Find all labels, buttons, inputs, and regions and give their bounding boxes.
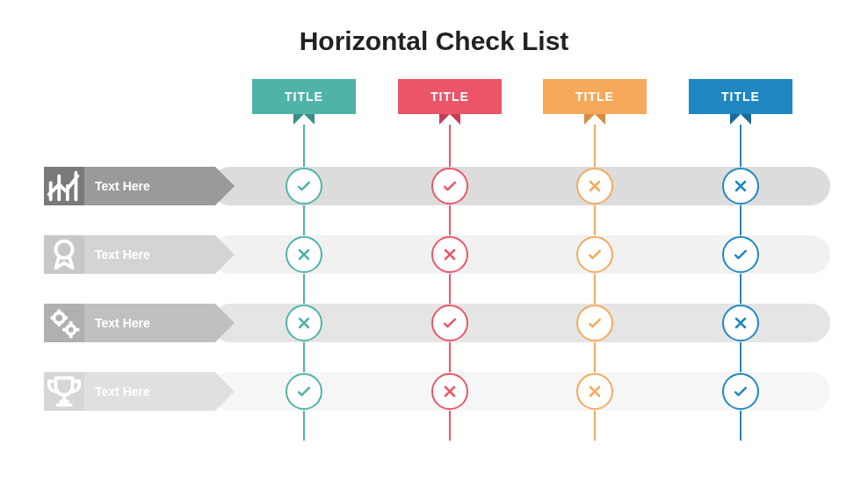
chart-up-icon <box>44 167 84 205</box>
cross-cell <box>576 373 613 410</box>
column-header-1: TITLE <box>398 79 502 114</box>
svg-point-0 <box>55 241 72 258</box>
column-header-3: TITLE <box>689 79 792 114</box>
check-cell <box>576 305 613 341</box>
check-cell <box>431 168 468 205</box>
row-label: Text Here <box>44 167 215 205</box>
column-header-2: TITLE <box>543 79 647 114</box>
gears-icon <box>44 304 84 342</box>
column-header-label: TITLE <box>721 90 760 104</box>
checklist-stage: TITLE TITLE TITLE TITLE Text Here <box>44 79 830 456</box>
row-label: Text Here <box>44 304 215 342</box>
svg-point-2 <box>67 326 76 334</box>
award-icon <box>44 235 84 274</box>
check-cell <box>286 373 322 410</box>
check-cell <box>722 373 759 410</box>
cross-cell <box>722 168 759 205</box>
row-label: Text Here <box>44 372 215 411</box>
row-label-text: Text Here <box>84 235 215 274</box>
row-label-text: Text Here <box>84 372 215 411</box>
check-cell <box>431 305 468 341</box>
trophy-icon <box>44 372 84 411</box>
column-header-label: TITLE <box>430 90 469 104</box>
cross-cell <box>286 236 322 273</box>
cross-cell <box>431 236 468 273</box>
cross-cell <box>431 373 468 410</box>
check-cell <box>286 168 322 205</box>
svg-point-1 <box>54 313 65 324</box>
column-header-label: TITLE <box>285 90 323 104</box>
column-header-label: TITLE <box>575 90 614 104</box>
cross-cell <box>722 305 759 341</box>
column-header-0: TITLE <box>252 79 356 114</box>
row-label: Text Here <box>44 235 215 274</box>
row-label-text: Text Here <box>84 167 215 205</box>
check-cell <box>722 236 759 273</box>
row-label-text: Text Here <box>84 304 215 342</box>
check-cell <box>576 236 613 273</box>
page-title: Horizontal Check List <box>0 26 868 56</box>
cross-cell <box>576 168 613 205</box>
cross-cell <box>286 305 322 341</box>
